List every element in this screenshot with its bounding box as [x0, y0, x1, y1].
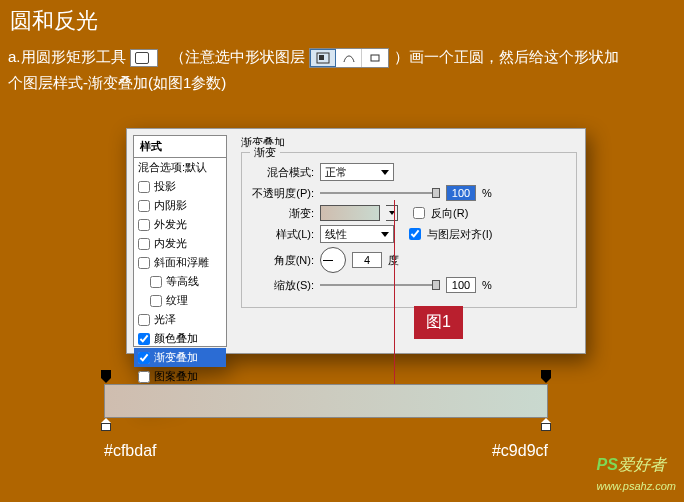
gradient-overlay-panel: 渐变叠加 渐变 混合模式: 正常 不透明度(P): 100 % 渐变: [233, 129, 585, 353]
style-label: 纹理 [166, 293, 188, 308]
watermark: PS爱好者 www.psahz.com [597, 455, 676, 494]
reverse-label: 反向(R) [431, 206, 468, 221]
style-row-内发光[interactable]: 内发光 [134, 234, 226, 253]
style-label: 等高线 [166, 274, 199, 289]
style-checkbox[interactable] [138, 371, 150, 383]
shape-layer-icon[interactable] [310, 49, 336, 67]
styles-list: 样式 混合选项:默认 投影内阴影外发光内发光斜面和浮雕等高线纹理光泽颜色叠加渐变… [133, 135, 227, 347]
fill-pixels-icon[interactable] [362, 49, 388, 67]
opacity-slider[interactable] [320, 187, 440, 199]
style-label: 图案叠加 [154, 369, 198, 384]
instr-line2: 个图层样式-渐变叠加(如图1参数) [8, 74, 226, 91]
blend-mode-label: 混合模式: [250, 165, 314, 180]
color-values-row: #cfbdaf #c9d9cf [104, 442, 548, 460]
style-row-投影[interactable]: 投影 [134, 177, 226, 196]
instr-note-open: （注意选中形状图层 [170, 48, 305, 65]
style-row-纹理[interactable]: 纹理 [134, 291, 226, 310]
angle-value[interactable]: 4 [352, 252, 382, 268]
shape-mode-strip [309, 48, 389, 68]
style-checkbox[interactable] [138, 314, 150, 326]
connector-line [394, 200, 395, 405]
blend-default[interactable]: 混合选项:默认 [134, 158, 226, 177]
gradient-preview [104, 384, 548, 418]
style-checkbox[interactable] [150, 276, 162, 288]
style-checkbox[interactable] [138, 219, 150, 231]
gradient-editor-bar[interactable] [104, 384, 548, 418]
opacity-stop-left[interactable] [100, 370, 112, 384]
style-label: 颜色叠加 [154, 331, 198, 346]
scale-slider[interactable] [320, 279, 440, 291]
gradient-swatch[interactable] [320, 205, 380, 221]
style-label: 外发光 [154, 217, 187, 232]
style-checkbox[interactable] [138, 181, 150, 193]
style-label: 斜面和浮雕 [154, 255, 209, 270]
style-checkbox[interactable] [150, 295, 162, 307]
style-label: 光泽 [154, 312, 176, 327]
style-row-渐变叠加[interactable]: 渐变叠加 [134, 348, 226, 367]
style-label: 投影 [154, 179, 176, 194]
gradient-fieldset: 渐变 混合模式: 正常 不透明度(P): 100 % 渐变: 反向(R) [241, 152, 577, 308]
style-row-等高线[interactable]: 等高线 [134, 272, 226, 291]
style-checkbox[interactable] [138, 352, 150, 364]
opacity-label: 不透明度(P): [250, 186, 314, 201]
path-icon[interactable] [336, 49, 362, 67]
style-row-光泽[interactable]: 光泽 [134, 310, 226, 329]
style-checkbox[interactable] [138, 238, 150, 250]
style-row-内阴影[interactable]: 内阴影 [134, 196, 226, 215]
section-title: 渐变叠加 [241, 135, 577, 150]
layer-style-dialog: 样式 混合选项:默认 投影内阴影外发光内发光斜面和浮雕等高线纹理光泽颜色叠加渐变… [126, 128, 586, 354]
instr-prefix: a.用圆形矩形工具 [8, 48, 126, 65]
svg-rect-1 [319, 55, 324, 60]
gradient-label: 渐变: [250, 206, 314, 221]
style-label: 内发光 [154, 236, 187, 251]
style-row-颜色叠加[interactable]: 颜色叠加 [134, 329, 226, 348]
style-select[interactable]: 线性 [320, 225, 394, 243]
instruction: a.用圆形矩形工具 （注意选中形状图层 ）画一个正圆，然后给这个形状加 个图层样… [0, 40, 684, 104]
color-stop-right[interactable] [540, 418, 552, 432]
page-title: 圆和反光 [10, 6, 674, 36]
style-checkbox[interactable] [138, 200, 150, 212]
style-checkbox[interactable] [138, 257, 150, 269]
opacity-stop-right[interactable] [540, 370, 552, 384]
scale-value[interactable]: 100 [446, 277, 476, 293]
angle-label: 角度(N): [250, 253, 314, 268]
legend: 渐变 [250, 145, 280, 160]
percent: % [482, 187, 492, 199]
styles-header: 样式 [134, 136, 226, 158]
style-label: 渐变叠加 [154, 350, 198, 365]
blend-mode-select[interactable]: 正常 [320, 163, 394, 181]
svg-rect-2 [371, 55, 379, 61]
percent2: % [482, 279, 492, 291]
style-checkbox[interactable] [138, 333, 150, 345]
style-row-斜面和浮雕[interactable]: 斜面和浮雕 [134, 253, 226, 272]
angle-dial[interactable] [320, 247, 346, 273]
gradient-dropdown-icon[interactable] [386, 205, 398, 221]
opacity-value[interactable]: 100 [446, 185, 476, 201]
align-checkbox[interactable] [409, 228, 421, 240]
rectangle-tool-icon [130, 49, 158, 67]
align-label: 与图层对齐(I) [427, 227, 492, 242]
style-label: 样式(L): [250, 227, 314, 242]
reverse-checkbox[interactable] [413, 207, 425, 219]
style-row-外发光[interactable]: 外发光 [134, 215, 226, 234]
figure-tag: 图1 [414, 306, 463, 339]
style-label: 内阴影 [154, 198, 187, 213]
color-left: #cfbdaf [104, 442, 156, 460]
scale-label: 缩放(S): [250, 278, 314, 293]
instr-note-close: ）画一个正圆，然后给这个形状加 [394, 48, 619, 65]
color-right: #c9d9cf [492, 442, 548, 460]
color-stop-left[interactable] [100, 418, 112, 432]
